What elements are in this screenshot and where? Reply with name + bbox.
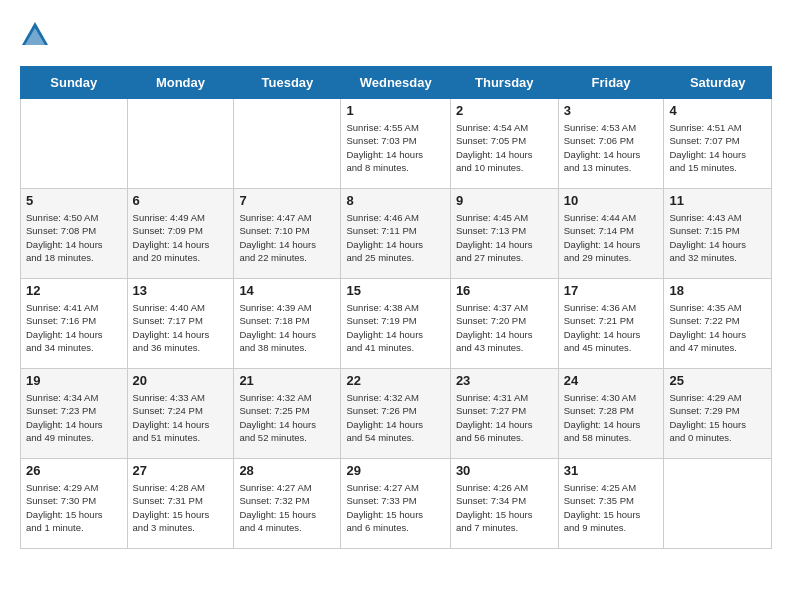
day-info: Sunrise: 4:27 AM Sunset: 7:33 PM Dayligh… xyxy=(346,481,444,534)
calendar-day-11: 11Sunrise: 4:43 AM Sunset: 7:15 PM Dayli… xyxy=(664,189,772,279)
calendar-day-9: 9Sunrise: 4:45 AM Sunset: 7:13 PM Daylig… xyxy=(450,189,558,279)
day-header-friday: Friday xyxy=(558,67,664,99)
empty-cell xyxy=(234,99,341,189)
day-number: 11 xyxy=(669,193,766,208)
day-number: 27 xyxy=(133,463,229,478)
day-number: 14 xyxy=(239,283,335,298)
day-info: Sunrise: 4:55 AM Sunset: 7:03 PM Dayligh… xyxy=(346,121,444,174)
calendar-day-23: 23Sunrise: 4:31 AM Sunset: 7:27 PM Dayli… xyxy=(450,369,558,459)
calendar-day-5: 5Sunrise: 4:50 AM Sunset: 7:08 PM Daylig… xyxy=(21,189,128,279)
calendar-header: SundayMondayTuesdayWednesdayThursdayFrid… xyxy=(21,67,772,99)
empty-cell xyxy=(21,99,128,189)
day-number: 19 xyxy=(26,373,122,388)
day-number: 1 xyxy=(346,103,444,118)
calendar-day-13: 13Sunrise: 4:40 AM Sunset: 7:17 PM Dayli… xyxy=(127,279,234,369)
day-number: 13 xyxy=(133,283,229,298)
day-info: Sunrise: 4:41 AM Sunset: 7:16 PM Dayligh… xyxy=(26,301,122,354)
calendar-day-4: 4Sunrise: 4:51 AM Sunset: 7:07 PM Daylig… xyxy=(664,99,772,189)
calendar-body: 1Sunrise: 4:55 AM Sunset: 7:03 PM Daylig… xyxy=(21,99,772,549)
empty-cell xyxy=(664,459,772,549)
day-number: 30 xyxy=(456,463,553,478)
day-number: 8 xyxy=(346,193,444,208)
day-number: 22 xyxy=(346,373,444,388)
calendar-day-26: 26Sunrise: 4:29 AM Sunset: 7:30 PM Dayli… xyxy=(21,459,128,549)
day-number: 4 xyxy=(669,103,766,118)
day-number: 9 xyxy=(456,193,553,208)
calendar-day-14: 14Sunrise: 4:39 AM Sunset: 7:18 PM Dayli… xyxy=(234,279,341,369)
calendar-day-18: 18Sunrise: 4:35 AM Sunset: 7:22 PM Dayli… xyxy=(664,279,772,369)
calendar-day-8: 8Sunrise: 4:46 AM Sunset: 7:11 PM Daylig… xyxy=(341,189,450,279)
day-number: 28 xyxy=(239,463,335,478)
day-header-tuesday: Tuesday xyxy=(234,67,341,99)
day-info: Sunrise: 4:53 AM Sunset: 7:06 PM Dayligh… xyxy=(564,121,659,174)
calendar-day-7: 7Sunrise: 4:47 AM Sunset: 7:10 PM Daylig… xyxy=(234,189,341,279)
day-number: 29 xyxy=(346,463,444,478)
day-info: Sunrise: 4:32 AM Sunset: 7:25 PM Dayligh… xyxy=(239,391,335,444)
page-header xyxy=(20,20,772,50)
day-info: Sunrise: 4:26 AM Sunset: 7:34 PM Dayligh… xyxy=(456,481,553,534)
calendar-day-1: 1Sunrise: 4:55 AM Sunset: 7:03 PM Daylig… xyxy=(341,99,450,189)
logo-icon xyxy=(20,20,50,50)
day-info: Sunrise: 4:43 AM Sunset: 7:15 PM Dayligh… xyxy=(669,211,766,264)
day-info: Sunrise: 4:28 AM Sunset: 7:31 PM Dayligh… xyxy=(133,481,229,534)
calendar-day-19: 19Sunrise: 4:34 AM Sunset: 7:23 PM Dayli… xyxy=(21,369,128,459)
day-info: Sunrise: 4:36 AM Sunset: 7:21 PM Dayligh… xyxy=(564,301,659,354)
day-number: 12 xyxy=(26,283,122,298)
day-number: 20 xyxy=(133,373,229,388)
calendar-day-17: 17Sunrise: 4:36 AM Sunset: 7:21 PM Dayli… xyxy=(558,279,664,369)
day-number: 24 xyxy=(564,373,659,388)
day-number: 3 xyxy=(564,103,659,118)
day-info: Sunrise: 4:46 AM Sunset: 7:11 PM Dayligh… xyxy=(346,211,444,264)
day-number: 23 xyxy=(456,373,553,388)
day-info: Sunrise: 4:29 AM Sunset: 7:29 PM Dayligh… xyxy=(669,391,766,444)
day-info: Sunrise: 4:47 AM Sunset: 7:10 PM Dayligh… xyxy=(239,211,335,264)
calendar-day-6: 6Sunrise: 4:49 AM Sunset: 7:09 PM Daylig… xyxy=(127,189,234,279)
day-info: Sunrise: 4:34 AM Sunset: 7:23 PM Dayligh… xyxy=(26,391,122,444)
day-number: 21 xyxy=(239,373,335,388)
day-info: Sunrise: 4:27 AM Sunset: 7:32 PM Dayligh… xyxy=(239,481,335,534)
day-number: 17 xyxy=(564,283,659,298)
day-number: 2 xyxy=(456,103,553,118)
calendar-day-29: 29Sunrise: 4:27 AM Sunset: 7:33 PM Dayli… xyxy=(341,459,450,549)
day-info: Sunrise: 4:33 AM Sunset: 7:24 PM Dayligh… xyxy=(133,391,229,444)
calendar-day-31: 31Sunrise: 4:25 AM Sunset: 7:35 PM Dayli… xyxy=(558,459,664,549)
day-number: 18 xyxy=(669,283,766,298)
calendar-week-0: 1Sunrise: 4:55 AM Sunset: 7:03 PM Daylig… xyxy=(21,99,772,189)
calendar-day-28: 28Sunrise: 4:27 AM Sunset: 7:32 PM Dayli… xyxy=(234,459,341,549)
calendar-day-21: 21Sunrise: 4:32 AM Sunset: 7:25 PM Dayli… xyxy=(234,369,341,459)
calendar-day-27: 27Sunrise: 4:28 AM Sunset: 7:31 PM Dayli… xyxy=(127,459,234,549)
calendar-day-30: 30Sunrise: 4:26 AM Sunset: 7:34 PM Dayli… xyxy=(450,459,558,549)
day-header-sunday: Sunday xyxy=(21,67,128,99)
day-info: Sunrise: 4:30 AM Sunset: 7:28 PM Dayligh… xyxy=(564,391,659,444)
day-number: 31 xyxy=(564,463,659,478)
day-info: Sunrise: 4:54 AM Sunset: 7:05 PM Dayligh… xyxy=(456,121,553,174)
calendar-week-2: 12Sunrise: 4:41 AM Sunset: 7:16 PM Dayli… xyxy=(21,279,772,369)
day-info: Sunrise: 4:37 AM Sunset: 7:20 PM Dayligh… xyxy=(456,301,553,354)
day-info: Sunrise: 4:40 AM Sunset: 7:17 PM Dayligh… xyxy=(133,301,229,354)
empty-cell xyxy=(127,99,234,189)
day-info: Sunrise: 4:45 AM Sunset: 7:13 PM Dayligh… xyxy=(456,211,553,264)
day-header-thursday: Thursday xyxy=(450,67,558,99)
day-info: Sunrise: 4:31 AM Sunset: 7:27 PM Dayligh… xyxy=(456,391,553,444)
day-number: 7 xyxy=(239,193,335,208)
day-number: 15 xyxy=(346,283,444,298)
calendar-table: SundayMondayTuesdayWednesdayThursdayFrid… xyxy=(20,66,772,549)
calendar-day-10: 10Sunrise: 4:44 AM Sunset: 7:14 PM Dayli… xyxy=(558,189,664,279)
calendar-week-4: 26Sunrise: 4:29 AM Sunset: 7:30 PM Dayli… xyxy=(21,459,772,549)
day-number: 25 xyxy=(669,373,766,388)
day-number: 10 xyxy=(564,193,659,208)
day-number: 26 xyxy=(26,463,122,478)
day-info: Sunrise: 4:35 AM Sunset: 7:22 PM Dayligh… xyxy=(669,301,766,354)
day-info: Sunrise: 4:44 AM Sunset: 7:14 PM Dayligh… xyxy=(564,211,659,264)
day-header-wednesday: Wednesday xyxy=(341,67,450,99)
day-info: Sunrise: 4:25 AM Sunset: 7:35 PM Dayligh… xyxy=(564,481,659,534)
calendar-day-20: 20Sunrise: 4:33 AM Sunset: 7:24 PM Dayli… xyxy=(127,369,234,459)
day-info: Sunrise: 4:32 AM Sunset: 7:26 PM Dayligh… xyxy=(346,391,444,444)
day-info: Sunrise: 4:29 AM Sunset: 7:30 PM Dayligh… xyxy=(26,481,122,534)
calendar-day-16: 16Sunrise: 4:37 AM Sunset: 7:20 PM Dayli… xyxy=(450,279,558,369)
day-number: 6 xyxy=(133,193,229,208)
day-number: 16 xyxy=(456,283,553,298)
calendar-day-3: 3Sunrise: 4:53 AM Sunset: 7:06 PM Daylig… xyxy=(558,99,664,189)
calendar-week-1: 5Sunrise: 4:50 AM Sunset: 7:08 PM Daylig… xyxy=(21,189,772,279)
calendar-day-15: 15Sunrise: 4:38 AM Sunset: 7:19 PM Dayli… xyxy=(341,279,450,369)
